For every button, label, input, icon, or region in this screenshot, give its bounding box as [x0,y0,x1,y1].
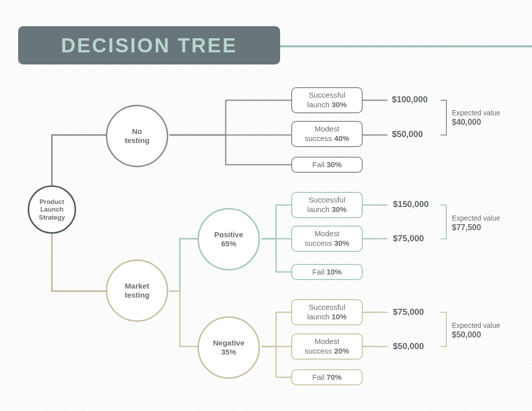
node-market-testing: Market testing [106,259,168,322]
pos-fail-l: Fail [312,267,326,276]
pill-pos-success: Successful launch 30% [291,192,363,218]
no-testing-label-2: testing [124,136,149,145]
title-underline [280,45,532,47]
pos-mod-l2: success [305,239,334,247]
pos-mod-pct: 30% [334,239,349,247]
root-label-2: Launch [40,206,63,214]
no-testing-label-1: No [132,127,142,136]
ev-neg: Expected value $50,000 [452,321,500,340]
nt-mod-l2: success [305,134,334,143]
ev-neg-label: Expected value [452,321,500,329]
node-no-testing: No testing [106,105,168,167]
nt-succ-l1: Successful [309,91,346,99]
root-label-1: Product [39,198,64,206]
pill-nt-success: Successful launch 30% [291,87,363,113]
node-positive: Positive 65% [197,208,260,270]
ev-nt-label: Expected value [452,109,500,117]
neg-mod-pct: 20% [334,347,349,355]
nt-fail-l: Fail [312,160,326,169]
ev-neg-amount: $50,000 [452,330,500,340]
positive-pct: 65% [221,239,236,248]
pill-nt-modest: Modest success 40% [291,121,363,147]
nt-mod-pct: 40% [334,134,349,143]
pill-neg-modest: Modest success 20% [291,333,363,360]
title-panel: DECISION TREE [18,26,280,64]
neg-mod-l1: Modest [314,337,339,346]
value-pos-modest: $75,000 [393,234,424,244]
root-label-3: Strategy [39,214,65,222]
pos-mod-l1: Modest [314,229,339,238]
diagram-canvas: DECISION TREE [0,0,532,411]
value-nt-modest: $50,000 [392,129,423,140]
node-negative: Negative 35% [197,316,260,379]
negative-label: Negative [213,338,245,348]
nt-succ-l2: launch [307,100,331,109]
page-title: DECISION TREE [61,34,237,57]
pos-succ-pct: 30% [331,205,347,214]
value-pos-success: $150,000 [393,199,429,210]
pill-pos-fail: Fail 10% [291,264,363,280]
ev-nt-amount: $40,000 [452,117,500,128]
negative-pct: 35% [221,348,236,357]
pill-pos-modest: Modest success 30% [291,226,363,252]
neg-succ-l1: Successful [309,303,346,311]
ev-pos-amount: $77,500 [452,223,500,233]
nt-succ-pct: 30% [331,100,347,109]
neg-succ-l2: launch [307,312,331,321]
value-neg-success: $75,000 [393,307,424,317]
neg-fail-l: Fail [312,373,326,381]
pos-succ-l1: Successful [309,195,346,204]
pos-fail-pct: 10% [326,267,342,276]
neg-succ-pct: 10% [331,312,347,321]
ev-nt: Expected value $40,000 [452,108,500,128]
market-testing-label-2: testing [124,291,149,300]
pos-succ-l2: launch [307,205,331,214]
value-nt-success: $100,000 [392,95,428,105]
pill-nt-fail: Fail 30% [291,157,363,173]
value-neg-modest: $50,000 [393,341,424,352]
market-testing-label-1: Market [125,282,149,291]
pill-neg-fail: Fail 70% [291,369,363,385]
nt-mod-l1: Modest [314,124,339,133]
positive-label: Positive [214,230,243,239]
neg-fail-pct: 70% [326,373,342,381]
neg-mod-l2: success [305,347,334,355]
ev-pos: Expected value $77,500 [452,214,500,233]
ev-pos-label: Expected value [452,214,500,222]
nt-fail-pct: 30% [326,160,342,169]
node-root: Product Launch Strategy [28,185,76,234]
pill-neg-success: Successful launch 10% [291,299,363,325]
